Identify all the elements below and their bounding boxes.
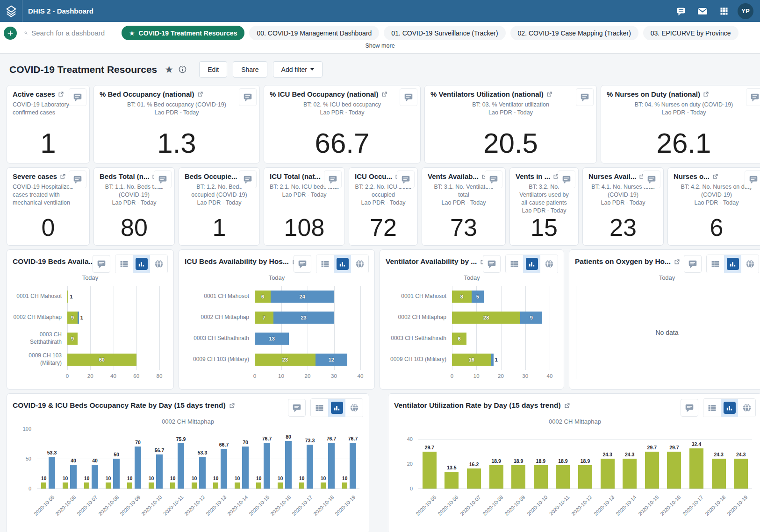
dashboard-chip[interactable]: 00. COVID-19 Management Dashboard bbox=[249, 26, 379, 40]
open-in-app-icon[interactable] bbox=[197, 91, 203, 97]
dashboard-chip[interactable]: ★COVID-19 Treatment Resources bbox=[122, 26, 244, 40]
bar-segment bbox=[491, 354, 494, 366]
bar-value-label: 18.9 bbox=[536, 458, 545, 464]
interpretations-comment-icon[interactable] bbox=[288, 399, 306, 417]
chart-title[interactable]: ICU Beds Availability by Hos... bbox=[185, 255, 294, 266]
interpretations-comment-icon[interactable] bbox=[397, 170, 415, 188]
dashboard-search-input[interactable]: Search for a dashboard bbox=[23, 26, 106, 40]
interpretations-comment-icon[interactable] bbox=[483, 255, 501, 273]
chart-title[interactable]: Ventilator Utilization Rate by Day (15 d… bbox=[394, 398, 570, 410]
interpretations-comment-icon[interactable] bbox=[239, 170, 257, 188]
stat-card-title[interactable]: % Ventilators Utilization (national) bbox=[430, 90, 552, 98]
map-view-icon[interactable] bbox=[351, 255, 368, 273]
interpretations-comment-icon[interactable] bbox=[154, 170, 172, 188]
interpretations-comment-icon[interactable] bbox=[239, 88, 257, 106]
info-icon[interactable] bbox=[178, 65, 187, 74]
open-in-app-icon[interactable] bbox=[564, 403, 570, 409]
chart-view-icon[interactable] bbox=[334, 255, 351, 273]
messages-icon[interactable] bbox=[692, 0, 713, 22]
chart-view-icon[interactable] bbox=[724, 255, 741, 273]
open-in-app-icon[interactable] bbox=[381, 91, 387, 97]
new-dashboard-button[interactable] bbox=[4, 27, 17, 40]
open-in-app-icon[interactable] bbox=[674, 259, 680, 265]
bar-value-label: 32.4 bbox=[692, 441, 701, 447]
stat-card-title[interactable]: Active cases bbox=[13, 90, 64, 98]
bar-value-label: 10 bbox=[84, 475, 90, 481]
column-bar bbox=[192, 482, 197, 489]
chart-title[interactable]: COVID-19 & ICU Beds Occupancy Rate by Da… bbox=[13, 398, 235, 410]
chart-view-icon[interactable] bbox=[133, 255, 150, 273]
chart-title[interactable]: Patients on Oxygen by Ho... bbox=[575, 255, 680, 266]
bar-value-label: 10 bbox=[256, 475, 262, 481]
chart-title[interactable]: COVID-19 Beds Availa... bbox=[13, 255, 93, 266]
column-bar bbox=[511, 465, 525, 489]
column-bar bbox=[342, 482, 347, 489]
table-view-icon[interactable] bbox=[707, 255, 724, 273]
show-more-link[interactable]: Show more bbox=[365, 43, 394, 49]
interpretations-comment-icon[interactable] bbox=[681, 399, 698, 417]
interpretations-comment-icon[interactable] bbox=[684, 255, 702, 273]
map-view-icon[interactable] bbox=[741, 255, 759, 273]
chart-view-icon[interactable] bbox=[523, 255, 540, 273]
stat-card-title[interactable]: Nurses Avail... bbox=[588, 172, 645, 180]
table-view-icon[interactable] bbox=[311, 399, 328, 417]
stat-card-title[interactable]: Severe cases bbox=[13, 172, 66, 180]
interpretations-comment-icon[interactable] bbox=[643, 170, 660, 188]
map-view-icon[interactable] bbox=[540, 255, 558, 273]
interpretations-comment-icon[interactable] bbox=[400, 88, 417, 106]
chart-view-icon[interactable] bbox=[721, 399, 738, 417]
x-axis-tick-label: 20 bbox=[305, 373, 311, 379]
stat-card-title[interactable]: Vents Availab... bbox=[428, 172, 488, 180]
open-in-app-icon[interactable] bbox=[58, 91, 64, 97]
chart-view-icon[interactable] bbox=[328, 399, 345, 417]
chart-title[interactable]: Ventilator Availability by ... bbox=[386, 255, 483, 266]
map-view-icon[interactable] bbox=[738, 399, 755, 417]
dashboard-chip[interactable]: 02. COVID-19 Case Mapping (Tracker) bbox=[510, 26, 638, 40]
open-in-app-icon[interactable] bbox=[712, 173, 718, 179]
stat-card-title[interactable]: % ICU Bed Occupancy (national) bbox=[270, 90, 387, 98]
open-in-app-icon[interactable] bbox=[229, 403, 235, 409]
dashboard-chip[interactable]: 01. COVID-19 Surveillance (Tracker) bbox=[384, 26, 505, 40]
bar-value-label: 53.3 bbox=[47, 450, 57, 455]
interpretations-comment-icon[interactable] bbox=[558, 170, 575, 188]
table-view-icon[interactable] bbox=[506, 255, 523, 273]
stat-card-title[interactable]: ICU Occu... bbox=[355, 172, 401, 180]
star-icon[interactable]: ★ bbox=[165, 64, 173, 75]
interpretations-comment-icon[interactable] bbox=[485, 170, 502, 188]
open-in-app-icon[interactable] bbox=[703, 91, 709, 97]
stat-card-title[interactable]: Beds Total (n... bbox=[100, 172, 158, 180]
stat-card-title[interactable]: % Bed Occupancy (national) bbox=[100, 90, 203, 98]
open-in-app-icon[interactable] bbox=[546, 91, 552, 97]
edit-button[interactable]: Edit bbox=[199, 61, 227, 78]
apps-grid-icon[interactable] bbox=[713, 0, 735, 22]
stat-card-title[interactable]: Nurses o... bbox=[674, 172, 718, 180]
interpretations-comment-icon[interactable] bbox=[93, 255, 110, 273]
interpretations-icon[interactable] bbox=[670, 0, 692, 22]
dhis2-logo[interactable] bbox=[0, 0, 22, 22]
interpretations-comment-icon[interactable] bbox=[576, 88, 594, 106]
dashboard-chip[interactable]: 03. EPICURVE by Province bbox=[643, 26, 738, 40]
table-view-icon[interactable] bbox=[703, 399, 721, 417]
table-view-icon[interactable] bbox=[115, 255, 133, 273]
interpretations-comment-icon[interactable] bbox=[69, 88, 86, 106]
share-button[interactable]: Share bbox=[233, 61, 267, 78]
open-in-app-icon[interactable] bbox=[60, 173, 66, 179]
interpretations-comment-icon[interactable] bbox=[324, 170, 342, 188]
table-view-icon[interactable] bbox=[316, 255, 334, 273]
avatar[interactable]: YP bbox=[738, 3, 753, 19]
stat-card-title[interactable]: Beds Occupie... bbox=[185, 172, 246, 180]
stat-card-title[interactable]: Vents in ... bbox=[516, 172, 559, 180]
map-view-icon[interactable] bbox=[345, 399, 363, 417]
interpretations-comment-icon[interactable] bbox=[69, 170, 86, 188]
stat-card-title[interactable]: % Nurses on Duty (national) bbox=[607, 90, 709, 98]
add-filter-button[interactable]: Add filter bbox=[273, 61, 323, 78]
bar-value-label: 16 bbox=[469, 357, 474, 362]
interpretations-comment-icon[interactable] bbox=[745, 170, 760, 188]
x-axis-tick-label: 0 bbox=[253, 373, 256, 379]
interpretations-comment-icon[interactable] bbox=[294, 255, 311, 273]
stat-card-title[interactable]: ICU Total (nat... bbox=[270, 172, 330, 180]
interpretations-comment-icon[interactable] bbox=[746, 88, 760, 106]
column-bar bbox=[307, 445, 313, 489]
column-bar bbox=[178, 443, 184, 489]
map-view-icon[interactable] bbox=[150, 255, 167, 273]
